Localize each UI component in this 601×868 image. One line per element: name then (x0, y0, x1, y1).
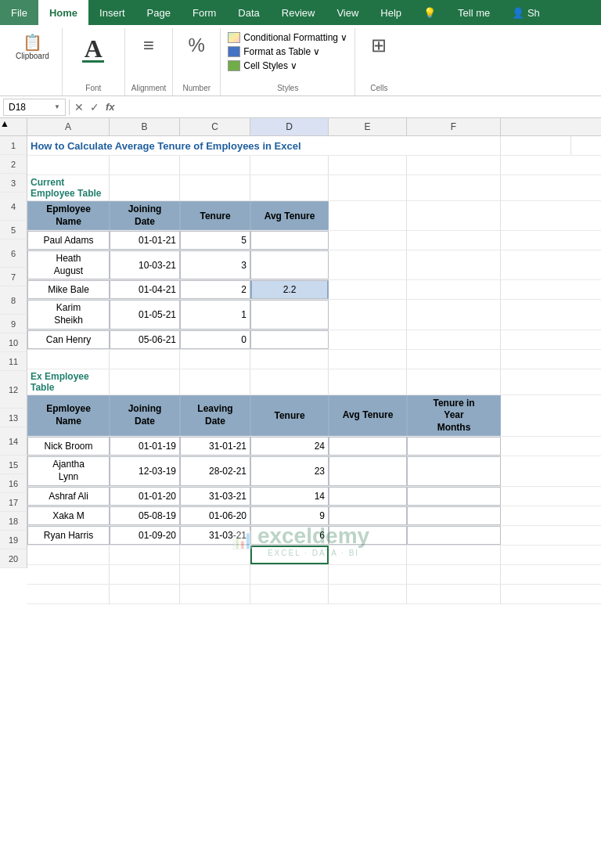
row-num-12[interactable]: 12 (0, 371, 27, 409)
cell-c5[interactable]: 5 (180, 231, 250, 250)
row-num-20[interactable]: 20 (0, 549, 27, 568)
row-num-7[interactable]: 7 (0, 268, 27, 286)
col-header-f[interactable]: F (407, 118, 501, 135)
tab-page[interactable]: Page (136, 0, 182, 25)
cell-b20[interactable] (110, 585, 180, 603)
cell-d11[interactable] (250, 369, 329, 394)
cell-c13[interactable]: 31-01-21 (180, 437, 250, 456)
row-num-4[interactable]: 4 (0, 193, 27, 221)
row-num-3[interactable]: 3 (0, 174, 27, 193)
cell-c4[interactable]: Tenure (180, 201, 250, 230)
cell-b15[interactable]: 01-01-20 (110, 487, 180, 506)
cell-a13[interactable]: Nick Broom (27, 437, 110, 456)
cell-b5[interactable]: 01-01-21 (110, 231, 180, 250)
cell-c3[interactable] (180, 175, 250, 200)
cell-d2[interactable] (250, 156, 329, 175)
row-num-16[interactable]: 16 (0, 474, 27, 493)
col-header-b[interactable]: B (110, 118, 180, 135)
cell-f20[interactable] (407, 585, 501, 603)
cell-e6[interactable] (329, 250, 407, 279)
cell-f2[interactable] (407, 156, 501, 175)
cell-e20[interactable] (329, 585, 407, 603)
tab-tell-me[interactable]: Tell me (447, 0, 501, 25)
cell-b12[interactable]: Joining Date (110, 395, 180, 437)
cell-d10[interactable] (250, 350, 329, 369)
tab-file[interactable]: File (0, 0, 38, 25)
cell-b2[interactable] (110, 156, 180, 175)
cell-f7[interactable] (407, 280, 501, 299)
cell-b1[interactable] (501, 136, 571, 155)
col-header-c[interactable]: C (180, 118, 250, 135)
cell-b8[interactable]: 01-05-21 (110, 300, 180, 329)
cell-e4[interactable] (329, 201, 407, 230)
cell-e16[interactable] (329, 506, 407, 525)
cell-a15[interactable]: Ashraf Ali (27, 487, 110, 506)
cell-a1[interactable]: How to Calculate Average Tenure of Emplo… (27, 136, 501, 155)
cell-f14[interactable] (407, 456, 501, 485)
confirm-icon[interactable]: ✓ (88, 101, 101, 113)
cell-a2[interactable] (27, 156, 110, 175)
cell-b17[interactable]: 01-09-20 (110, 526, 180, 545)
row-num-10[interactable]: 10 (0, 333, 27, 352)
tab-review[interactable]: Review (271, 0, 326, 25)
cell-c20[interactable] (180, 585, 250, 603)
tab-user[interactable]: 👤 Sh (501, 0, 551, 25)
cell-b6[interactable]: 10-03-21 (110, 250, 180, 279)
tab-view[interactable]: View (326, 0, 369, 25)
row-num-19[interactable]: 19 (0, 531, 27, 549)
cell-f18[interactable] (407, 546, 501, 564)
cell-c2[interactable] (180, 156, 250, 175)
cell-e9[interactable] (329, 330, 407, 349)
cell-b19[interactable] (110, 565, 180, 584)
tab-help[interactable]: Help (369, 0, 412, 25)
cell-a6[interactable]: Heath August (27, 250, 110, 279)
cell-d8[interactable] (250, 300, 329, 329)
cell-b7[interactable]: 01-04-21 (110, 280, 180, 299)
cell-d9[interactable] (250, 330, 329, 349)
cell-b13[interactable]: 01-01-19 (110, 437, 180, 456)
cell-a8[interactable]: Karim Sheikh (27, 300, 110, 329)
formula-icon[interactable]: fx (104, 101, 117, 113)
conditional-formatting-button[interactable]: Conditional Formatting ∨ (225, 31, 350, 44)
cell-e13[interactable] (329, 437, 407, 456)
cell-e5[interactable] (329, 231, 407, 250)
cell-b10[interactable] (110, 350, 180, 369)
cell-e2[interactable] (329, 156, 407, 175)
tab-form[interactable]: Form (182, 0, 227, 25)
cell-e7[interactable] (329, 280, 407, 299)
cell-c16[interactable]: 01-06-20 (180, 506, 250, 525)
cell-c15[interactable]: 31-03-21 (180, 487, 250, 506)
font-button[interactable]: A (76, 31, 110, 66)
col-header-e[interactable]: E (329, 118, 407, 135)
row-num-14[interactable]: 14 (0, 427, 27, 456)
cell-f13[interactable] (407, 437, 501, 456)
cell-a18[interactable] (27, 546, 110, 564)
cell-a16[interactable]: Xaka M (27, 506, 110, 525)
cell-f3[interactable] (407, 175, 501, 200)
cell-e3[interactable] (329, 175, 407, 200)
cell-c11[interactable] (180, 369, 250, 394)
cell-f9[interactable] (407, 330, 501, 349)
cell-a3[interactable]: Current Employee Table (27, 175, 110, 200)
cell-d3[interactable] (250, 175, 329, 200)
number-button[interactable]: % (179, 31, 214, 59)
cell-d4[interactable]: Avg Tenure (250, 201, 329, 230)
cell-f4[interactable] (407, 201, 501, 230)
cell-b4[interactable]: Joining Date (110, 201, 180, 230)
row-num-1[interactable]: 1 (0, 136, 27, 155)
row-num-5[interactable]: 5 (0, 221, 27, 240)
cell-a7[interactable]: Mike Bale (27, 280, 110, 299)
cell-a4[interactable]: Epmloyee Name (27, 201, 110, 230)
row-num-6[interactable]: 6 (0, 240, 27, 268)
cell-f12[interactable]: Tenure in Year Months (407, 395, 501, 437)
cell-b18[interactable] (110, 546, 180, 564)
tab-insert[interactable]: Insert (88, 0, 136, 25)
cell-c8[interactable]: 1 (180, 300, 250, 329)
cell-a9[interactable]: Can Henry (27, 330, 110, 349)
row-num-11[interactable]: 11 (0, 352, 27, 371)
cell-e19[interactable] (329, 565, 407, 584)
cell-c6[interactable]: 3 (180, 250, 250, 279)
cell-a14[interactable]: Ajantha Lynn (27, 456, 110, 485)
cell-c10[interactable] (180, 350, 250, 369)
cell-a20[interactable] (27, 585, 110, 603)
